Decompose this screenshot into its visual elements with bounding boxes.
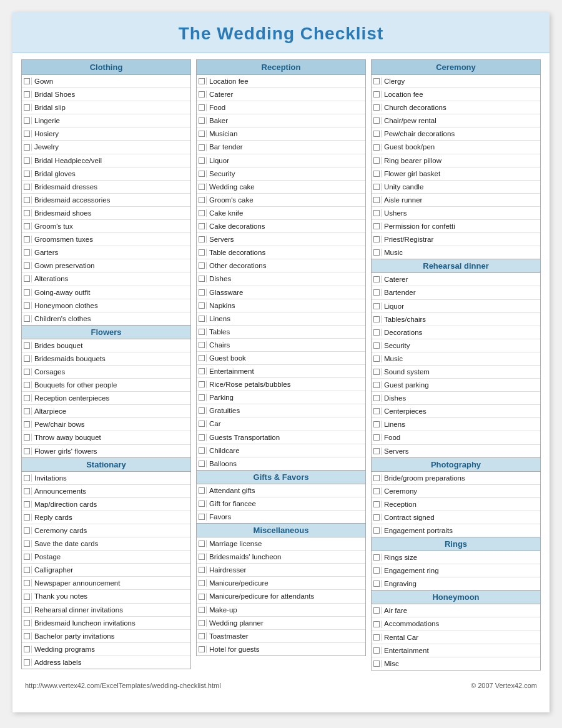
checkbox-box[interactable]: [199, 117, 205, 124]
checkbox-box[interactable]: [199, 91, 205, 97]
checkbox-box[interactable]: [24, 434, 30, 441]
checkbox-box[interactable]: [199, 461, 205, 467]
checkbox-box[interactable]: [373, 514, 380, 521]
checkbox-box[interactable]: [373, 369, 380, 375]
checkbox-box[interactable]: [373, 276, 380, 282]
checkbox-box[interactable]: [373, 171, 380, 177]
checkbox-box[interactable]: [24, 475, 30, 481]
checkbox-box[interactable]: [24, 262, 30, 269]
checkbox-box[interactable]: [373, 434, 380, 441]
checkbox-box[interactable]: [24, 514, 30, 521]
checkbox-box[interactable]: [24, 236, 30, 242]
checkbox-box[interactable]: [373, 448, 380, 454]
checkbox-box[interactable]: [24, 395, 30, 401]
checkbox-box[interactable]: [373, 421, 380, 427]
checkbox-box[interactable]: [199, 223, 205, 229]
checkbox-box[interactable]: [24, 249, 30, 256]
checkbox-box[interactable]: [373, 157, 380, 164]
checkbox-box[interactable]: [199, 501, 205, 507]
checkbox-box[interactable]: [24, 223, 30, 229]
checkbox-box[interactable]: [24, 78, 30, 84]
checkbox-box[interactable]: [24, 276, 30, 282]
checkbox-box[interactable]: [24, 580, 30, 586]
checkbox-box[interactable]: [373, 249, 380, 256]
checkbox-box[interactable]: [24, 369, 30, 375]
checkbox-box[interactable]: [199, 131, 205, 137]
checkbox-box[interactable]: [373, 223, 380, 229]
checkbox-box[interactable]: [199, 329, 205, 335]
checkbox-box[interactable]: [373, 131, 380, 137]
checkbox-box[interactable]: [373, 78, 380, 84]
checkbox-box[interactable]: [24, 184, 30, 190]
checkbox-box[interactable]: [199, 620, 205, 626]
checkbox-box[interactable]: [24, 527, 30, 534]
checkbox-box[interactable]: [199, 171, 205, 177]
checkbox-box[interactable]: [24, 501, 30, 507]
checkbox-box[interactable]: [24, 488, 30, 494]
checkbox-box[interactable]: [24, 382, 30, 388]
checkbox-box[interactable]: [24, 567, 30, 573]
checkbox-box[interactable]: [199, 514, 205, 520]
checkbox-box[interactable]: [24, 302, 30, 309]
checkbox-box[interactable]: [199, 567, 205, 573]
checkbox-box[interactable]: [199, 381, 205, 387]
checkbox-box[interactable]: [199, 646, 205, 652]
checkbox-box[interactable]: [373, 554, 380, 561]
checkbox-box[interactable]: [199, 355, 205, 361]
checkbox-box[interactable]: [24, 408, 30, 414]
checkbox-box[interactable]: [373, 342, 380, 349]
checkbox-box[interactable]: [373, 621, 380, 627]
checkbox-box[interactable]: [373, 647, 380, 654]
checkbox-box[interactable]: [373, 634, 380, 641]
checkbox-box[interactable]: [199, 302, 205, 309]
checkbox-box[interactable]: [373, 408, 380, 414]
checkbox-box[interactable]: [24, 104, 30, 111]
checkbox-box[interactable]: [199, 580, 205, 586]
checkbox-box[interactable]: [373, 144, 380, 151]
checkbox-box[interactable]: [199, 144, 205, 151]
checkbox-box[interactable]: [24, 633, 30, 639]
checkbox-box[interactable]: [373, 289, 380, 296]
checkbox-box[interactable]: [199, 633, 205, 639]
checkbox-box[interactable]: [199, 184, 205, 190]
checkbox-box[interactable]: [24, 646, 30, 652]
checkbox-box[interactable]: [373, 303, 380, 309]
checkbox-box[interactable]: [373, 184, 380, 190]
checkbox-box[interactable]: [373, 607, 380, 614]
checkbox-box[interactable]: [373, 581, 380, 587]
checkbox-box[interactable]: [373, 117, 380, 124]
checkbox-box[interactable]: [373, 475, 380, 481]
checkbox-box[interactable]: [24, 157, 30, 164]
checkbox-box[interactable]: [199, 368, 205, 374]
checkbox-box[interactable]: [24, 342, 30, 349]
checkbox-box[interactable]: [24, 421, 30, 427]
checkbox-box[interactable]: [199, 157, 205, 164]
checkbox-box[interactable]: [199, 541, 205, 547]
checkbox-box[interactable]: [199, 407, 205, 414]
checkbox-box[interactable]: [24, 144, 30, 151]
checkbox-box[interactable]: [199, 289, 205, 296]
checkbox-box[interactable]: [373, 488, 380, 494]
checkbox-box[interactable]: [373, 501, 380, 507]
checkbox-box[interactable]: [24, 131, 30, 137]
checkbox-box[interactable]: [24, 554, 30, 560]
checkbox-box[interactable]: [24, 659, 30, 666]
checkbox-box[interactable]: [199, 276, 205, 282]
checkbox-box[interactable]: [24, 197, 30, 203]
checkbox-box[interactable]: [373, 329, 380, 336]
checkbox-box[interactable]: [199, 262, 205, 269]
checkbox-box[interactable]: [373, 567, 380, 574]
checkbox-box[interactable]: [24, 620, 30, 626]
checkbox-box[interactable]: [373, 395, 380, 401]
checkbox-box[interactable]: [373, 197, 380, 203]
checkbox-box[interactable]: [199, 104, 205, 111]
checkbox-box[interactable]: [373, 210, 380, 216]
checkbox-box[interactable]: [373, 104, 380, 111]
checkbox-box[interactable]: [199, 421, 205, 427]
checkbox-box[interactable]: [24, 356, 30, 362]
checkbox-box[interactable]: [199, 394, 205, 401]
checkbox-box[interactable]: [24, 541, 30, 547]
checkbox-box[interactable]: [199, 316, 205, 322]
checkbox-box[interactable]: [199, 434, 205, 441]
checkbox-box[interactable]: [373, 236, 380, 242]
